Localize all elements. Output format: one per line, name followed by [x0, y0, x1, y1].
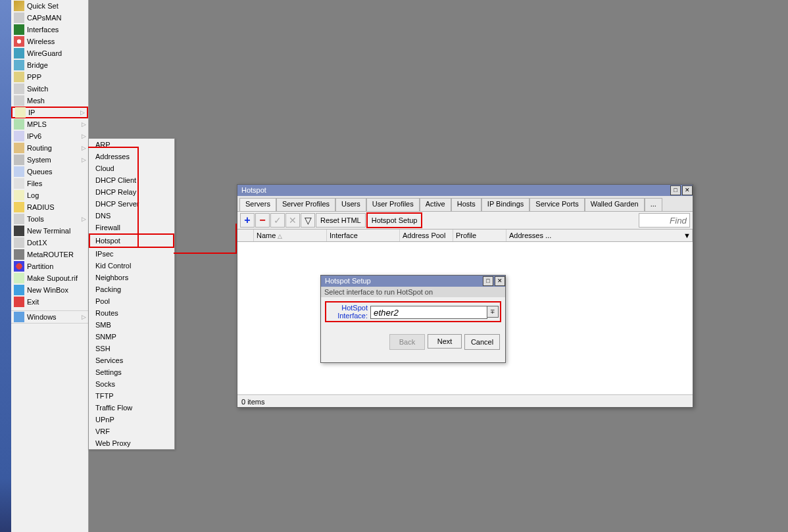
menu-item-make-supout-rif[interactable]: Make Supout.rif	[11, 272, 88, 284]
menu-item-bridge[interactable]: Bridge	[11, 59, 88, 71]
next-button[interactable]: Next	[428, 334, 462, 349]
submenu-item-socks[interactable]: Socks	[89, 378, 174, 390]
submenu-item-kid-control[interactable]: Kid Control	[89, 260, 174, 272]
tab-service-ports[interactable]: Service Ports	[529, 198, 584, 211]
enable-button[interactable]: ✓	[270, 213, 285, 228]
tab-hosts[interactable]: Hosts	[451, 198, 481, 211]
submenu-item-hotspot[interactable]: Hotspot	[89, 233, 174, 248]
menu-item-ppp[interactable]: PPP	[11, 71, 88, 83]
table-header-interface[interactable]: Interface	[327, 230, 400, 241]
setup-titlebar[interactable]: Hotspot Setup □ ✕	[321, 276, 505, 287]
menu-item-new-winbox[interactable]: New WinBox	[11, 284, 88, 296]
setup-subtitle: Select interface to run HotSpot on	[321, 287, 505, 297]
menu-item-switch[interactable]: Switch	[11, 83, 88, 95]
menu-item-mpls[interactable]: MPLS▷	[11, 118, 88, 130]
submenu-item-dhcp-server[interactable]: DHCP Server	[89, 198, 174, 210]
submenu-item-settings[interactable]: Settings	[89, 366, 174, 378]
ic-quickset-icon	[14, 1, 24, 11]
tab-users[interactable]: Users	[335, 198, 366, 211]
submenu-item-arp[interactable]: ARP	[89, 139, 174, 151]
menu-item-files[interactable]: Files	[11, 178, 88, 189]
minimize-button[interactable]: □	[670, 185, 681, 195]
submenu-item-firewall[interactable]: Firewall	[89, 222, 174, 233]
hotspot-interface-input[interactable]	[370, 306, 487, 319]
tab-active[interactable]: Active	[420, 198, 451, 211]
menu-item-partition[interactable]: Partition	[11, 260, 88, 272]
submenu-arrow-icon: ▷	[82, 118, 86, 130]
hotspot-interface-row: HotSpot Interface: ∓	[325, 301, 501, 322]
disable-button[interactable]: ✕	[285, 213, 300, 228]
menu-item-dot1x[interactable]: Dot1X	[11, 237, 88, 249]
submenu-item-tftp[interactable]: TFTP	[89, 390, 174, 402]
menu-item-mesh[interactable]: Mesh	[11, 95, 88, 107]
close-button[interactable]: ✕	[682, 185, 693, 195]
menu-item-interfaces[interactable]: Interfaces	[11, 24, 88, 36]
table-header-name[interactable]: Name△	[254, 230, 327, 241]
reset-html-button[interactable]: Reset HTML	[316, 213, 366, 228]
setup-close-button[interactable]: ✕	[495, 276, 505, 286]
main-menu-sidebar: Quick SetCAPsMANInterfacesWirelessWireGu…	[11, 0, 89, 532]
combo-dropdown-icon[interactable]: ∓	[487, 306, 499, 318]
find-input[interactable]	[639, 213, 690, 228]
hotspot-interface-combo[interactable]: ∓	[370, 306, 499, 318]
cancel-button[interactable]: Cancel	[464, 334, 500, 350]
tab-ip-bindings[interactable]: IP Bindings	[481, 198, 529, 211]
setup-minimize-button[interactable]: □	[483, 276, 493, 286]
submenu-item-dns[interactable]: DNS	[89, 210, 174, 222]
table-header-address-pool[interactable]: Address Pool	[400, 230, 453, 241]
menu-item-routing[interactable]: Routing▷	[11, 142, 88, 154]
submenu-arrow-icon: ▷	[82, 213, 86, 225]
ic-ipv6-icon	[14, 131, 24, 141]
submenu-item-services[interactable]: Services	[89, 354, 174, 366]
submenu-item-routes[interactable]: Routes	[89, 307, 174, 319]
submenu-item-upnp[interactable]: UPnP	[89, 414, 174, 425]
tab-walled-garden[interactable]: Walled Garden	[585, 198, 645, 211]
menu-item-exit[interactable]: Exit	[11, 296, 88, 308]
submenu-item-vrf[interactable]: VRF	[89, 425, 174, 437]
submenu-item-addresses[interactable]: Addresses	[89, 151, 174, 162]
menu-item-quick-set[interactable]: Quick Set	[11, 0, 88, 12]
menu-item-log[interactable]: Log	[11, 189, 88, 201]
submenu-item-ssh[interactable]: SSH	[89, 343, 174, 354]
submenu-arrow-icon: ▷	[82, 142, 86, 154]
submenu-item-smb[interactable]: SMB	[89, 319, 174, 331]
submenu-item-packing[interactable]: Packing	[89, 283, 174, 295]
table-header-blank[interactable]	[237, 230, 254, 241]
menu-item-new-terminal[interactable]: New Terminal	[11, 225, 88, 237]
submenu-item-neighbors[interactable]: Neighbors	[89, 272, 174, 283]
submenu-item-dhcp-client[interactable]: DHCP Client	[89, 174, 174, 186]
submenu-arrow-icon: ▷	[80, 107, 85, 118]
tab-servers[interactable]: Servers	[239, 198, 276, 211]
menu-label: Tools	[27, 213, 79, 225]
submenu-item-pool[interactable]: Pool	[89, 295, 174, 307]
menu-item-radius[interactable]: RADIUS	[11, 201, 88, 213]
menu-item-queues[interactable]: Queues	[11, 166, 88, 178]
menu-item-system[interactable]: System▷	[11, 154, 88, 166]
menu-label: Log	[27, 189, 88, 201]
submenu-item-traffic-flow[interactable]: Traffic Flow	[89, 402, 174, 414]
submenu-item-web-proxy[interactable]: Web Proxy	[89, 437, 174, 449]
submenu-item-snmp[interactable]: SNMP	[89, 331, 174, 343]
menu-item-wireless[interactable]: Wireless	[11, 36, 88, 47]
submenu-item-dhcp-relay[interactable]: DHCP Relay	[89, 186, 174, 198]
submenu-item-ipsec[interactable]: IPsec	[89, 248, 174, 260]
tab--[interactable]: ...	[645, 198, 662, 211]
remove-button[interactable]: −	[255, 213, 270, 228]
menu-item-metarouter[interactable]: MetaROUTER	[11, 249, 88, 260]
hotspot-setup-button[interactable]: Hotspot Setup	[366, 212, 423, 228]
submenu-item-cloud[interactable]: Cloud	[89, 162, 174, 174]
menu-item-tools[interactable]: Tools▷	[11, 213, 88, 225]
menu-item-windows[interactable]: Windows▷	[11, 310, 88, 324]
menu-label: RADIUS	[27, 201, 88, 213]
menu-item-ip[interactable]: IP▷	[11, 107, 88, 118]
menu-item-ipv6[interactable]: IPv6▷	[11, 130, 88, 142]
filter-button[interactable]: ▽	[301, 213, 315, 228]
menu-item-wireguard[interactable]: WireGuard	[11, 47, 88, 59]
add-button[interactable]: +	[240, 213, 255, 228]
tab-server-profiles[interactable]: Server Profiles	[276, 198, 335, 211]
table-header-profile[interactable]: Profile	[453, 230, 506, 241]
table-header-addresses[interactable]: Addresses ...▼	[506, 230, 693, 241]
tab-user-profiles[interactable]: User Profiles	[366, 198, 420, 211]
menu-item-capsman[interactable]: CAPsMAN	[11, 12, 88, 24]
hotspot-window-titlebar[interactable]: Hotspot □ ✕	[237, 185, 693, 196]
